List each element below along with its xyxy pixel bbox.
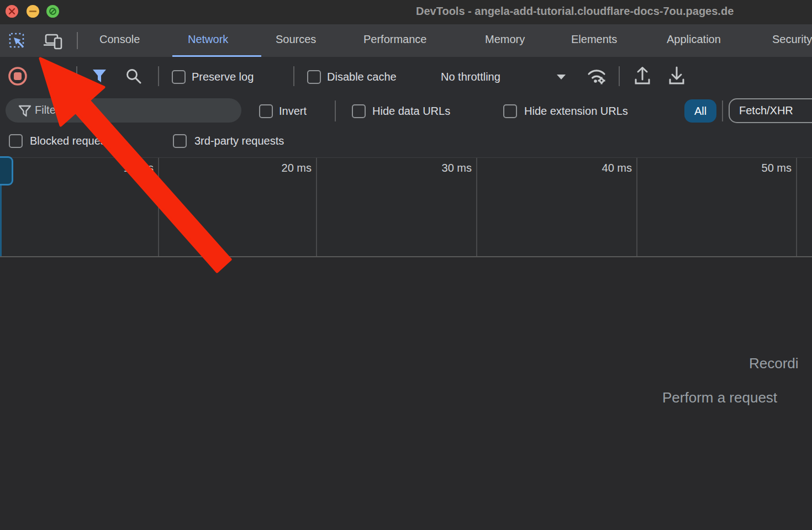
timeline-gridline bbox=[476, 158, 477, 256]
throttling-select-value[interactable]: No throttling bbox=[441, 71, 500, 83]
timeline-gridline bbox=[158, 158, 159, 256]
disable-cache-label[interactable]: Disable cache bbox=[327, 71, 397, 83]
timeline-tick-label: 20 ms bbox=[273, 162, 312, 174]
empty-state-recording-text: Recordi bbox=[749, 355, 799, 372]
timeline-selection-edge bbox=[0, 181, 2, 256]
minimize-window-button[interactable] bbox=[27, 5, 39, 18]
devtools-window: DevTools - angela-add-tutorial.cloudflar… bbox=[0, 0, 812, 530]
record-network-log-icon[interactable] bbox=[7, 66, 28, 87]
zoom-window-button[interactable] bbox=[46, 5, 59, 18]
hide-data-urls-label[interactable]: Hide data URLs bbox=[372, 105, 450, 118]
search-icon[interactable] bbox=[125, 67, 143, 85]
timeline-tick-label: 50 ms bbox=[753, 162, 792, 174]
timeline-gridline bbox=[316, 158, 317, 256]
timeline-selection-handle[interactable] bbox=[0, 156, 13, 186]
filter-separator bbox=[335, 100, 336, 121]
tab-memory[interactable]: Memory bbox=[485, 33, 525, 46]
filter-separator bbox=[722, 100, 723, 121]
device-toolbar-icon[interactable] bbox=[43, 33, 64, 51]
preserve-log-label[interactable]: Preserve log bbox=[192, 71, 254, 83]
tabbar-separator bbox=[77, 32, 78, 49]
timeline-tick-label: 10 ms bbox=[115, 162, 154, 174]
invert-checkbox[interactable] bbox=[259, 104, 273, 118]
type-filter-all-button[interactable]: All bbox=[684, 99, 716, 123]
filter-input-placeholder: Filter bbox=[35, 104, 59, 116]
tab-sources[interactable]: Sources bbox=[276, 33, 316, 46]
network-toolbar: Preserve log Disable cache No throttling bbox=[0, 57, 812, 96]
timeline-gridline bbox=[796, 158, 797, 256]
toolbar-separator bbox=[158, 66, 159, 86]
network-filter-row: Filter Invert Hide data URLs Hide extens… bbox=[0, 95, 812, 127]
invert-label[interactable]: Invert bbox=[279, 105, 307, 118]
third-party-requests-checkbox[interactable] bbox=[173, 134, 187, 148]
third-party-requests-label[interactable]: 3rd-party requests bbox=[194, 135, 284, 147]
toolbar-separator bbox=[293, 66, 294, 86]
filter-input[interactable]: Filter bbox=[6, 98, 241, 123]
zoom-icon bbox=[46, 5, 59, 18]
tab-application[interactable]: Application bbox=[667, 33, 721, 46]
network-conditions-icon[interactable] bbox=[584, 63, 609, 88]
timeline-tick-label: 40 ms bbox=[593, 162, 632, 174]
tab-elements[interactable]: Elements bbox=[571, 33, 617, 46]
disable-cache-checkbox[interactable] bbox=[307, 70, 321, 84]
tab-network[interactable]: Network bbox=[188, 33, 228, 46]
hide-data-urls-checkbox[interactable] bbox=[352, 104, 366, 118]
inspect-element-icon[interactable] bbox=[9, 33, 27, 50]
filter-funnel-icon[interactable] bbox=[92, 68, 107, 84]
clear-network-log-icon[interactable] bbox=[44, 68, 61, 84]
toolbar-separator bbox=[76, 66, 77, 86]
hide-extension-urls-label[interactable]: Hide extension URLs bbox=[524, 105, 628, 118]
tab-performance[interactable]: Performance bbox=[363, 33, 427, 46]
window-title: DevTools - angela-add-tutorial.cloudflar… bbox=[416, 5, 734, 18]
type-filter-fetch-xhr-button[interactable]: Fetch/XHR bbox=[729, 98, 812, 123]
minimize-icon bbox=[27, 5, 39, 18]
filter-input-funnel-icon bbox=[18, 104, 32, 118]
close-icon bbox=[6, 5, 18, 18]
timeline-gridline bbox=[636, 158, 637, 256]
empty-state-perform-request-text: Perform a request bbox=[662, 389, 777, 406]
throttling-caret-icon[interactable] bbox=[556, 73, 567, 81]
preserve-log-checkbox[interactable] bbox=[172, 70, 186, 84]
close-window-button[interactable] bbox=[6, 5, 18, 18]
devtools-tab-bar: Console Network Sources Performance Memo… bbox=[0, 24, 812, 57]
tab-security[interactable]: Security bbox=[772, 33, 812, 46]
request-filter-row: Blocked requests 3rd-party requests bbox=[0, 127, 812, 157]
title-bar: DevTools - angela-add-tutorial.cloudflar… bbox=[0, 0, 812, 24]
network-overview-timeline[interactable]: 10 ms 20 ms 30 ms 40 ms 50 ms bbox=[0, 157, 812, 257]
blocked-requests-label[interactable]: Blocked requests bbox=[30, 135, 114, 147]
toolbar-separator bbox=[619, 66, 620, 86]
export-har-download-icon[interactable] bbox=[667, 65, 686, 86]
timeline-tick-label: 30 ms bbox=[433, 162, 472, 174]
import-har-upload-icon[interactable] bbox=[633, 65, 652, 86]
blocked-requests-checkbox[interactable] bbox=[9, 134, 23, 148]
hide-extension-urls-checkbox[interactable] bbox=[503, 104, 517, 118]
tab-console[interactable]: Console bbox=[99, 33, 140, 46]
